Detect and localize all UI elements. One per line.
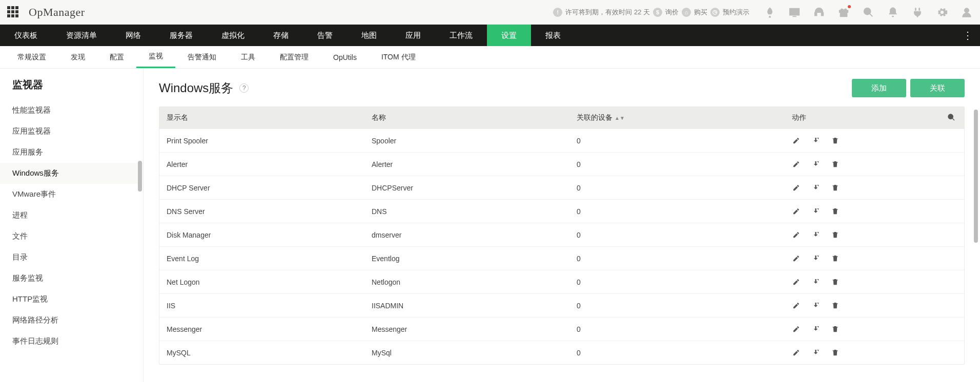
sidebar: 监视器 性能监视器应用监视器应用服务Windows服务VMware事件进程文件目… bbox=[0, 69, 144, 382]
delete-icon[interactable] bbox=[831, 137, 839, 145]
mainnav-item[interactable]: 存储 bbox=[259, 25, 303, 46]
subnav-item[interactable]: ITOM 代理 bbox=[369, 46, 428, 68]
edit-icon[interactable] bbox=[792, 184, 800, 192]
table-row: DNS ServerDNS0 bbox=[159, 199, 964, 223]
export-icon[interactable] bbox=[811, 207, 820, 216]
cell-display-name: IIS bbox=[159, 302, 364, 310]
mainnav-item[interactable]: 网络 bbox=[111, 25, 155, 46]
gift-icon[interactable] bbox=[838, 6, 850, 18]
delete-icon[interactable] bbox=[831, 207, 839, 216]
plug-icon[interactable] bbox=[911, 6, 924, 18]
delete-icon[interactable] bbox=[831, 349, 839, 357]
sidebar-item[interactable]: 应用监视器 bbox=[0, 121, 143, 142]
subnav-item[interactable]: 常规设置 bbox=[5, 46, 58, 68]
export-icon[interactable] bbox=[811, 325, 820, 333]
table-search-icon[interactable] bbox=[938, 113, 964, 123]
mainnav-item[interactable]: 告警 bbox=[303, 25, 347, 46]
col-name[interactable]: 名称 bbox=[364, 113, 569, 122]
mainnav-item[interactable]: 地图 bbox=[347, 25, 391, 46]
export-icon[interactable] bbox=[811, 349, 820, 357]
sidebar-item[interactable]: Windows服务 bbox=[0, 163, 143, 184]
sidebar-item[interactable]: 事件日志规则 bbox=[0, 331, 143, 352]
edit-icon[interactable] bbox=[792, 254, 800, 263]
export-icon[interactable] bbox=[811, 278, 820, 286]
main-nav: 仪表板资源清单网络服务器虚拟化存储告警地图应用工作流设置报表 ⋮ bbox=[0, 25, 980, 46]
sidebar-item[interactable]: 进程 bbox=[0, 205, 143, 226]
demo-link[interactable]: 预约演示 bbox=[723, 8, 749, 17]
sidebar-item[interactable]: 网络路径分析 bbox=[0, 310, 143, 331]
associate-button[interactable]: 关联 bbox=[910, 79, 965, 97]
subnav-item[interactable]: 告警通知 bbox=[175, 46, 229, 68]
edit-icon[interactable] bbox=[792, 349, 800, 357]
delete-icon[interactable] bbox=[831, 278, 839, 286]
more-menu-icon[interactable]: ⋮ bbox=[955, 25, 980, 46]
rocket-icon[interactable] bbox=[764, 6, 776, 18]
sidebar-item[interactable]: 文件 bbox=[0, 226, 143, 247]
delete-icon[interactable] bbox=[831, 160, 839, 168]
mainnav-item[interactable]: 设置 bbox=[487, 25, 531, 46]
sidebar-item[interactable]: 性能监视器 bbox=[0, 100, 143, 121]
subnav-item[interactable]: 监视 bbox=[136, 46, 175, 68]
subnav-item[interactable]: 配置管理 bbox=[268, 46, 321, 68]
sidebar-item[interactable]: 服务监视 bbox=[0, 268, 143, 289]
svg-point-7 bbox=[948, 114, 953, 119]
edit-icon[interactable] bbox=[792, 325, 800, 333]
export-icon[interactable] bbox=[811, 137, 820, 145]
delete-icon[interactable] bbox=[831, 302, 839, 310]
delete-icon[interactable] bbox=[831, 325, 839, 333]
buy-link[interactable]: 购买 bbox=[694, 8, 707, 17]
col-display-name[interactable]: 显示名 bbox=[159, 113, 364, 122]
user-icon[interactable] bbox=[961, 6, 973, 18]
delete-icon[interactable] bbox=[831, 254, 839, 263]
bell-icon[interactable] bbox=[887, 6, 899, 18]
sidebar-item[interactable]: 应用服务 bbox=[0, 142, 143, 163]
sidebar-item[interactable]: HTTP监视 bbox=[0, 289, 143, 310]
table-row: Event LogEventlog0 bbox=[159, 246, 964, 270]
headset-icon[interactable] bbox=[813, 6, 825, 18]
sidebar-scrollbar[interactable] bbox=[138, 161, 142, 192]
edit-icon[interactable] bbox=[792, 207, 800, 216]
cell-display-name: Event Log bbox=[159, 254, 364, 263]
subnav-item[interactable]: 配置 bbox=[97, 46, 136, 68]
export-icon[interactable] bbox=[811, 302, 820, 310]
quote-link[interactable]: 询价 bbox=[665, 8, 679, 17]
mainnav-item[interactable]: 工作流 bbox=[435, 25, 487, 46]
col-devices[interactable]: 关联的设备 ▲▼ bbox=[569, 113, 785, 122]
mainnav-item[interactable]: 仪表板 bbox=[0, 25, 52, 46]
cell-display-name: Messenger bbox=[159, 325, 364, 333]
content-scrollbar[interactable] bbox=[974, 110, 978, 243]
export-icon[interactable] bbox=[811, 184, 820, 192]
cell-display-name: DNS Server bbox=[159, 207, 364, 216]
cell-display-name: Disk Manager bbox=[159, 231, 364, 239]
apps-grid-icon[interactable] bbox=[7, 6, 19, 18]
export-icon[interactable] bbox=[811, 231, 820, 239]
subnav-item[interactable]: OpUtils bbox=[321, 46, 369, 68]
mainnav-item[interactable]: 应用 bbox=[391, 25, 435, 46]
search-icon[interactable] bbox=[862, 6, 874, 18]
add-button[interactable]: 添加 bbox=[852, 79, 906, 97]
export-icon[interactable] bbox=[811, 160, 820, 168]
mainnav-item[interactable]: 报表 bbox=[531, 25, 575, 46]
cell-name: dmserver bbox=[364, 231, 569, 239]
mainnav-item[interactable]: 服务器 bbox=[155, 25, 207, 46]
edit-icon[interactable] bbox=[792, 137, 800, 145]
cell-display-name: Print Spooler bbox=[159, 137, 364, 145]
mainnav-item[interactable]: 资源清单 bbox=[52, 25, 111, 46]
delete-icon[interactable] bbox=[831, 231, 839, 239]
license-text: 许可将到期，有效时间 22 天 bbox=[565, 8, 650, 17]
edit-icon[interactable] bbox=[792, 278, 800, 286]
delete-icon[interactable] bbox=[831, 184, 839, 192]
subnav-item[interactable]: 工具 bbox=[229, 46, 268, 68]
edit-icon[interactable] bbox=[792, 231, 800, 239]
export-icon[interactable] bbox=[811, 254, 820, 263]
edit-icon[interactable] bbox=[792, 160, 800, 168]
screen-play-icon[interactable] bbox=[788, 6, 801, 18]
subnav-item[interactable]: 发现 bbox=[58, 46, 97, 68]
cell-actions bbox=[785, 349, 938, 357]
help-icon[interactable]: ? bbox=[239, 83, 249, 93]
sidebar-item[interactable]: VMware事件 bbox=[0, 184, 143, 205]
edit-icon[interactable] bbox=[792, 302, 800, 310]
mainnav-item[interactable]: 虚拟化 bbox=[207, 25, 259, 46]
sidebar-item[interactable]: 目录 bbox=[0, 247, 143, 268]
gear-icon[interactable] bbox=[936, 6, 948, 18]
